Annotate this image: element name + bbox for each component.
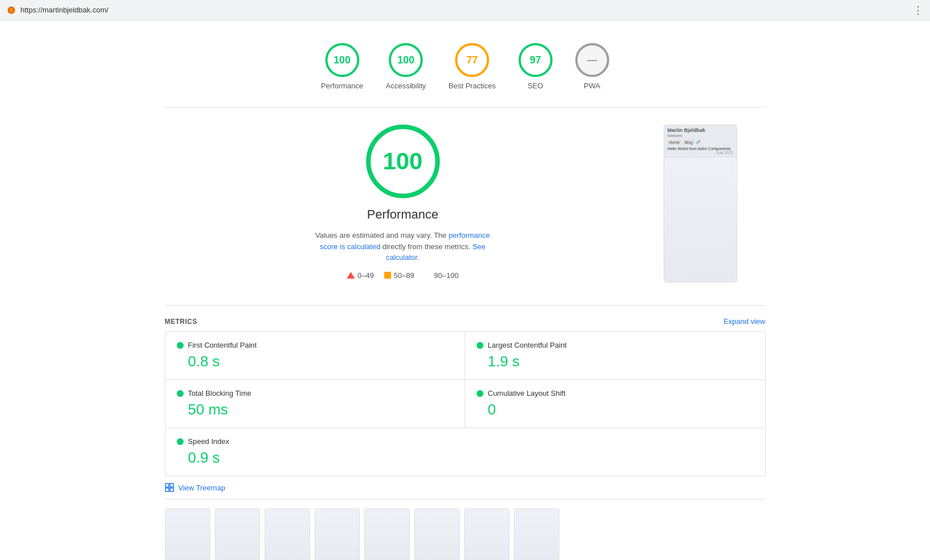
fcp-name: First Contentful Paint <box>188 341 257 349</box>
right-panel: Martin Bjeldbak Nielsen Home Blog 🔗 Hell… <box>664 125 766 283</box>
browser-favicon <box>7 6 16 15</box>
score-circle-best-practices: 77 <box>455 43 489 77</box>
browser-bar: https://martinbjeldbak.com/ ⋮ <box>0 0 930 20</box>
lcp-value: 1.9 s <box>477 353 754 370</box>
legend-fail-icon <box>347 272 355 279</box>
fcp-value: 0.8 s <box>177 353 453 370</box>
si-dot <box>177 438 184 445</box>
metric-tbt: Total Blocking Time 50 ms <box>165 380 465 428</box>
treemap-icon <box>165 483 174 492</box>
metric-fcp: First Contentful Paint 0.8 s <box>165 332 465 380</box>
treemap-label: View Treemap <box>179 484 226 492</box>
score-label-pwa: PWA <box>584 82 600 90</box>
film-frame-6: 2.1 s <box>464 508 509 560</box>
cls-dot <box>477 390 483 397</box>
film-img-4 <box>364 508 410 560</box>
metrics-title: METRICS <box>165 318 198 326</box>
browser-url: https://martinbjeldbak.com/ <box>20 6 108 14</box>
score-label-seo: SEO <box>528 82 543 90</box>
si-name: Speed Index <box>188 437 230 446</box>
metrics-grid: First Contentful Paint 0.8 s Largest Con… <box>165 331 766 428</box>
lcp-dot <box>477 342 483 349</box>
preview-thumb-content <box>664 157 737 282</box>
metric-lcp: Largest Contentful Paint 1.9 s <box>465 332 765 380</box>
legend-average-label: 50–89 <box>394 271 414 280</box>
score-circle-pwa: — <box>575 43 609 77</box>
film-img-3 <box>315 508 360 560</box>
film-frame-2: 0.9 s <box>265 508 310 560</box>
filmstrip: 0.3 s0.6 s0.9 s1.2 s1.5 s1.8 s2.1 s2.4 s <box>165 499 766 560</box>
browser-menu-icon[interactable]: ⋮ <box>913 4 923 16</box>
cls-name: Cumulative Layout Shift <box>488 389 566 397</box>
preview-thumbnail: Martin Bjeldbak Nielsen Home Blog 🔗 Hell… <box>664 125 737 283</box>
film-frame-4: 1.5 s <box>364 508 410 560</box>
cls-value: 0 <box>477 401 754 418</box>
score-circle-seo: 97 <box>519 43 553 77</box>
score-tab-performance[interactable]: 100Performance <box>321 43 363 90</box>
lcp-name: Largest Contentful Paint <box>488 341 567 349</box>
film-frame-7: 2.4 s <box>514 508 559 560</box>
legend-pass-label: 90–100 <box>434 271 458 280</box>
svg-rect-2 <box>165 488 169 491</box>
content-area: 100 Performance Values are estimated and… <box>165 108 766 300</box>
big-score-circle: 100 <box>366 125 440 198</box>
legend-average-icon <box>384 272 391 279</box>
si-value: 0.9 s <box>177 449 754 467</box>
film-img-6 <box>464 508 509 560</box>
expand-view-link[interactable]: Expand view <box>724 317 766 326</box>
film-frame-5: 1.8 s <box>414 508 460 560</box>
metric-cls: Cumulative Layout Shift 0 <box>465 380 765 428</box>
score-label-best-practices: Best Practices <box>449 82 496 90</box>
metric-si: Speed Index 0.9 s <box>165 428 766 476</box>
big-score-value: 100 <box>383 148 422 175</box>
tbt-value: 50 ms <box>177 401 453 418</box>
score-tab-pwa[interactable]: —PWA <box>575 43 609 90</box>
svg-rect-0 <box>165 484 169 487</box>
score-tab-accessibility[interactable]: 100Accessibility <box>386 43 426 90</box>
view-treemap-link[interactable]: View Treemap <box>165 476 766 499</box>
legend-fail: 0–49 <box>347 271 374 280</box>
film-frame-0: 0.3 s <box>165 508 210 560</box>
score-tab-best-practices[interactable]: 77Best Practices <box>449 43 496 90</box>
svg-rect-3 <box>170 488 173 491</box>
score-tabs: 100Performance100Accessibility77Best Pra… <box>165 32 766 108</box>
tbt-dot <box>177 390 184 397</box>
score-label-accessibility: Accessibility <box>386 82 426 90</box>
legend-average: 50–89 <box>384 271 414 280</box>
film-img-0 <box>165 508 210 560</box>
desc-text2: directly from these metrics. <box>380 242 473 251</box>
svg-rect-1 <box>170 484 173 487</box>
main-content: 100Performance100Accessibility77Best Pra… <box>154 20 777 560</box>
film-img-2 <box>265 508 310 560</box>
desc-text1: Values are estimated and may vary. The <box>316 231 449 240</box>
score-description: Values are estimated and may vary. The p… <box>309 230 496 263</box>
metrics-divider <box>165 305 766 306</box>
film-img-7 <box>514 508 559 560</box>
score-circle-accessibility: 100 <box>389 43 423 77</box>
legend-fail-label: 0–49 <box>358 271 374 280</box>
film-img-5 <box>414 508 460 560</box>
tbt-name: Total Blocking Time <box>188 389 252 397</box>
score-circle-performance: 100 <box>325 43 359 77</box>
preview-thumb-header: Martin Bjeldbak Nielsen Home Blog 🔗 Hell… <box>664 125 737 157</box>
metrics-header: METRICS Expand view <box>165 311 766 331</box>
film-frame-3: 1.2 s <box>315 508 360 560</box>
film-img-1 <box>215 508 260 560</box>
film-frame-1: 0.6 s <box>215 508 260 560</box>
big-score-title: Performance <box>367 207 439 222</box>
left-panel: 100 Performance Values are estimated and… <box>165 125 641 283</box>
legend-pass: 90–100 <box>424 271 458 280</box>
fcp-dot <box>177 342 184 349</box>
score-tab-seo[interactable]: 97SEO <box>519 43 553 90</box>
legend: 0–49 50–89 90–100 <box>347 271 458 280</box>
legend-pass-icon <box>424 272 431 279</box>
score-label-performance: Performance <box>321 82 363 90</box>
